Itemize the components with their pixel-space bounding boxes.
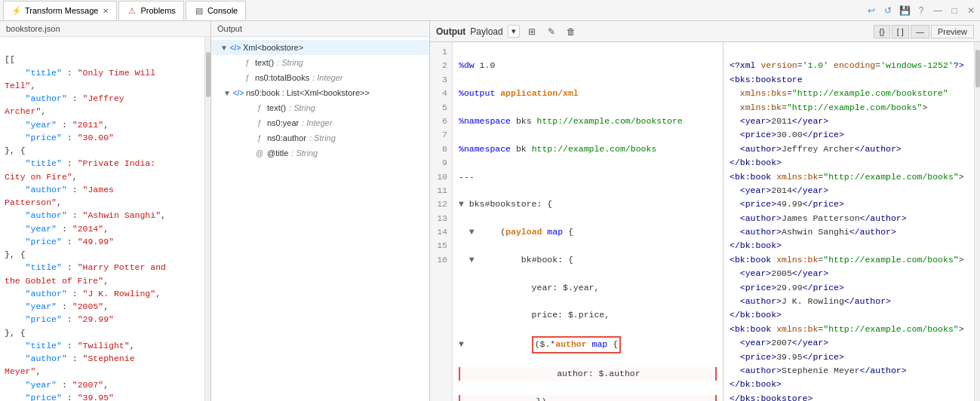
tree-item-author[interactable]: ƒ ns0:author : String bbox=[211, 130, 429, 145]
json-line: "author" : "James bbox=[5, 185, 114, 194]
code-scroll[interactable]: 1 2 3 4 5 6 7 8 9 10 11 12 13 bbox=[430, 42, 723, 401]
json-line: "title" : "Twilight", bbox=[5, 341, 135, 350]
xml-line: <price>49.99</price> bbox=[730, 199, 844, 209]
output-header-label: Output bbox=[217, 24, 242, 33]
tree-label-title: @title bbox=[267, 148, 288, 158]
help-icon[interactable]: ? bbox=[915, 5, 927, 17]
tree-item-year[interactable]: ƒ ns0:year : Integer bbox=[211, 115, 429, 130]
line-num-10: 10 bbox=[435, 170, 447, 184]
xml-line: <?xml version='1.0' encoding='windows-12… bbox=[730, 60, 964, 70]
tree-type-title: : String bbox=[291, 148, 318, 158]
json-line: [[ bbox=[5, 54, 15, 64]
layout-icon-btn[interactable]: ⊞ bbox=[524, 24, 539, 39]
xml-line: <bk:book xmlns:bk="http://example.com/bo… bbox=[730, 324, 964, 334]
code-line-3: %namespace bks http://example.com/bookst… bbox=[459, 115, 717, 128]
json-line: "title" : "Private India: bbox=[5, 158, 155, 168]
tree-expand-totalbooks bbox=[231, 74, 241, 82]
line-num-2: 2 bbox=[435, 59, 447, 72]
minimize-icon[interactable]: — bbox=[932, 5, 944, 17]
tree-item-bookstore[interactable]: ▼ </> Xml<bookstore> bbox=[211, 40, 429, 55]
line-num-9: 9 bbox=[435, 156, 447, 170]
xml-line: <year>2011</year> bbox=[730, 116, 828, 126]
bracket-view-btn[interactable]: [ ] bbox=[892, 25, 909, 38]
xml-line: <author>J K. Rowling</author> bbox=[730, 296, 891, 306]
maximize-icon[interactable]: □ bbox=[948, 5, 960, 17]
code-line-5: --- bbox=[459, 170, 717, 184]
output-toolbar: Output Payload ▾ ⊞ ✎ 🗑 {} [ ] — Preview bbox=[430, 21, 980, 42]
close-icon[interactable]: ✕ bbox=[965, 5, 977, 17]
code-editor: 1 2 3 4 5 6 7 8 9 10 11 12 13 bbox=[430, 42, 723, 401]
undo-icon[interactable]: ↩ bbox=[865, 5, 877, 17]
json-line: Archer", bbox=[5, 106, 46, 116]
line-num-13: 13 bbox=[435, 212, 447, 225]
tree-expand-bookstore[interactable]: ▼ bbox=[219, 44, 229, 52]
line-num-6: 6 bbox=[435, 115, 447, 128]
xml-line: <author>Jeffrey Archer</author> bbox=[730, 144, 902, 154]
preview-btn[interactable]: Preview bbox=[931, 25, 974, 38]
tab-bar-actions: ↩ ↺ 💾 ? — □ ✕ bbox=[865, 5, 977, 17]
tree-item-text2[interactable]: ƒ text() : String bbox=[211, 100, 429, 115]
console-tab-icon: ▤ bbox=[194, 5, 204, 16]
tree-item-book[interactable]: ▼ </> ns0:book : List<Xml<bookstore>> bbox=[211, 85, 429, 100]
save-icon[interactable]: 💾 bbox=[899, 5, 911, 17]
middle-panel-header: Output bbox=[211, 21, 429, 37]
xml-line: </bk:book> bbox=[730, 310, 782, 320]
code-line-6: ▼ bks#bookstore: { bbox=[459, 197, 717, 211]
code-line-13: }) bbox=[459, 395, 717, 401]
json-line: "price" : "29.99" bbox=[5, 314, 114, 324]
tree-label-totalbooks: ns0:totalBooks bbox=[255, 73, 309, 82]
xml-scroll[interactable] bbox=[974, 42, 980, 401]
xml-line: <author>James Patterson</author> bbox=[730, 213, 907, 223]
problems-tab-icon: ⚠ bbox=[127, 5, 137, 16]
tree-expand-book[interactable]: ▼ bbox=[222, 89, 232, 97]
tab-problems[interactable]: ⚠ Problems bbox=[118, 1, 183, 20]
xml-line: <price>39.95</price> bbox=[730, 352, 844, 362]
json-line: "author" : "Ashwin Sanghi", bbox=[5, 210, 166, 220]
tab-bar: ⚡ Transform Message ✕ ⚠ Problems ▤ Conso… bbox=[0, 0, 980, 21]
tree-item-text[interactable]: ƒ text() : String bbox=[211, 55, 429, 70]
json-line: Meyer", bbox=[5, 366, 41, 376]
xml-line: xmlns:bk="http://example.com/books"> bbox=[730, 103, 927, 112]
payload-dropdown[interactable]: ▾ bbox=[508, 25, 520, 38]
tree-item-totalbooks[interactable]: ƒ ns0:totalBooks : Integer bbox=[211, 70, 429, 85]
dash-view-btn[interactable]: — bbox=[911, 25, 929, 38]
xml-line: <year>2005</year> bbox=[730, 268, 828, 278]
tab-console[interactable]: ▤ Console bbox=[186, 1, 246, 20]
tree-item-title[interactable]: @ @title : String bbox=[211, 145, 429, 161]
output-label: Output bbox=[436, 26, 465, 37]
xml-output[interactable]: <?xml version='1.0' encoding='windows-12… bbox=[723, 42, 974, 401]
tab-transform[interactable]: ⚡ Transform Message ✕ bbox=[3, 1, 117, 20]
delete-icon-btn[interactable]: 🗑 bbox=[564, 24, 579, 39]
tree-expand-year bbox=[243, 119, 253, 127]
tree-type-text: : String bbox=[277, 58, 303, 67]
line-num-5: 5 bbox=[435, 101, 447, 115]
tab-transform-close[interactable]: ✕ bbox=[103, 7, 109, 15]
code-line-12: author: $.author bbox=[459, 367, 717, 381]
code-content[interactable]: %dw 1.0 %output application/xml %namespa… bbox=[453, 42, 723, 401]
line-num-1: 1 bbox=[435, 45, 447, 59]
code-line-8: ▼ bk#book: { bbox=[459, 253, 717, 267]
tree-label-text: text() bbox=[255, 58, 274, 67]
curly-view-btn[interactable]: {} bbox=[874, 25, 889, 38]
tree-type-text2: : String bbox=[289, 103, 315, 112]
xml-line: xmlns:bks="http://example.com/bookstore" bbox=[730, 88, 948, 98]
payload-label: Payload bbox=[470, 26, 502, 37]
tree-label-text2: text() bbox=[267, 103, 286, 112]
tree-expand-text bbox=[231, 59, 241, 67]
edit-icon-btn[interactable]: ✎ bbox=[544, 24, 559, 39]
title-icon: @ bbox=[253, 147, 266, 159]
json-line: "price" : "30.00" bbox=[5, 133, 114, 142]
author-icon: ƒ bbox=[253, 132, 266, 144]
xml-output-container: <?xml version='1.0' encoding='windows-12… bbox=[723, 42, 980, 401]
line-num-3: 3 bbox=[435, 73, 447, 87]
tree-expand-title bbox=[243, 149, 253, 158]
line-num-4: 4 bbox=[435, 87, 447, 100]
redo-icon[interactable]: ↺ bbox=[882, 5, 894, 17]
left-panel: bookstore.json [[ "title" : "Only Time W… bbox=[0, 21, 211, 401]
line-num-8: 8 bbox=[435, 142, 447, 156]
code-line-11: ▼ ($.*author map { bbox=[459, 336, 717, 353]
left-scroll[interactable] bbox=[204, 37, 210, 401]
json-editor[interactable]: [[ "title" : "Only Time Will Tell", "aut… bbox=[0, 37, 204, 401]
code-output-area: 1 2 3 4 5 6 7 8 9 10 11 12 13 bbox=[430, 42, 980, 401]
xml-line: </bk:book> bbox=[730, 379, 782, 389]
